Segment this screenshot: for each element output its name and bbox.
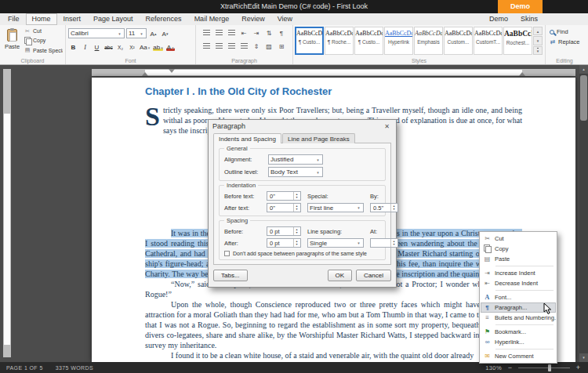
tab-file[interactable]: File [2, 13, 26, 25]
menu-item-copy[interactable]: Copy [481, 244, 556, 254]
ok-button[interactable]: OK [328, 270, 353, 281]
dialog-tab-indents-and-spacing[interactable]: Indents and Spacing [213, 133, 281, 143]
spinner-arrows-icon[interactable] [390, 204, 397, 212]
grow-font-button[interactable]: A [148, 28, 158, 38]
tab-insert[interactable]: Insert [57, 13, 88, 25]
menu-item-decrease-indent[interactable]: ⇤ Decrease Indent [481, 278, 556, 288]
spinner-arrows-icon[interactable] [293, 192, 299, 200]
align-right-icon[interactable] [226, 42, 237, 52]
outline-level-select[interactable]: Body Text [268, 167, 323, 177]
tab-mail-merge[interactable]: Mail Merge [188, 13, 236, 25]
strikethrough-button[interactable]: abc [103, 42, 114, 52]
shrink-font-button[interactable]: A [160, 28, 170, 38]
bullets-icon[interactable] [201, 28, 212, 38]
paragraph-4[interactable]: Upon the whole, though Conscience reprod… [145, 299, 522, 350]
before-text-spinner[interactable]: 0" [267, 191, 301, 201]
zoom-in-button[interactable] [575, 363, 582, 372]
tabs-button[interactable]: Tabs... [213, 270, 248, 281]
line-spacing-icon[interactable]: ⇕ [251, 42, 262, 52]
style-item[interactable]: AaBbCcDdE ¶ Custo... [354, 27, 383, 55]
align-justify-icon[interactable] [238, 42, 249, 52]
superscript-button[interactable]: X² [127, 42, 137, 52]
shading-icon[interactable]: ▨ [263, 42, 274, 52]
first-line-indent-marker[interactable] [169, 69, 175, 73]
alignment-select[interactable]: Justified [268, 154, 323, 165]
dialog-tab-line-and-page-breaks[interactable]: Line and Page Breaks [282, 133, 355, 143]
bold-button[interactable]: B [68, 42, 78, 52]
at-spinner[interactable] [370, 238, 398, 248]
paragraph-5[interactable]: I found it to be a clean white house, of… [145, 350, 522, 360]
decrease-indent-icon[interactable]: ⇤ [238, 28, 249, 38]
increase-indent-icon[interactable]: ⇥ [251, 28, 262, 38]
zoom-percentage[interactable]: 130% [485, 364, 502, 371]
menu-item-cut[interactable]: ✂ Cut [481, 234, 556, 244]
paste-button[interactable]: Paste [2, 27, 22, 56]
menu-item-font[interactable]: A Font... [481, 292, 556, 302]
spinner-arrows-icon[interactable] [293, 204, 299, 212]
gallery-more-button[interactable] [533, 46, 543, 55]
find-button[interactable]: Find [548, 27, 581, 37]
paste-special-button[interactable]: ▤ Paste Special [24, 46, 63, 55]
by-spinner[interactable]: 0.5" [370, 203, 398, 212]
style-item[interactable]: AaBbCcDdE CustomT... [474, 27, 503, 55]
spinner-arrows-icon[interactable] [293, 239, 299, 247]
same-style-checkbox[interactable] [224, 251, 230, 256]
tab-skins[interactable]: Skins [514, 13, 544, 25]
gallery-up-button[interactable] [533, 27, 543, 35]
gallery-down-button[interactable] [533, 36, 543, 45]
left-indent-marker[interactable] [142, 72, 148, 76]
menu-item-new-comment[interactable]: ✉ New Comment [481, 351, 556, 361]
style-item[interactable]: AaBbCcDd Emphasis [414, 27, 443, 55]
cut-button[interactable]: ✂ Cut [24, 27, 63, 35]
menu-item-hyperlink[interactable]: ∞ Hyperlink... [481, 337, 556, 347]
tab-references[interactable]: References [140, 13, 188, 25]
document-heading[interactable]: Chapter I . In the Old City of Rochester [145, 85, 522, 100]
spinner-arrows-icon[interactable] [293, 227, 299, 235]
scroll-down-icon[interactable] [579, 353, 588, 362]
highlight-color-button[interactable]: ab [152, 42, 163, 52]
tab-view[interactable]: View [271, 13, 299, 25]
zoom-slider-thumb[interactable] [548, 364, 551, 371]
zoom-out-button[interactable] [506, 363, 514, 372]
spinner-arrows-icon[interactable] [390, 239, 397, 247]
change-case-button[interactable]: Aa [139, 42, 151, 52]
copy-button[interactable]: Copy [24, 36, 63, 45]
horizontal-ruler[interactable] [92, 69, 575, 76]
demo-badge[interactable]: Demo [498, 0, 543, 13]
font-size-select[interactable]: 11 [126, 28, 147, 38]
menu-item-bookmark[interactable]: ⚑ Bookmark... [481, 327, 556, 337]
italic-button[interactable]: I [80, 42, 90, 52]
multilevel-list-icon[interactable] [226, 28, 237, 38]
line-spacing-select[interactable]: Single [307, 238, 364, 248]
tab-review[interactable]: Review [235, 13, 271, 25]
cancel-button[interactable]: Cancel [356, 270, 391, 281]
after-text-spinner[interactable]: 0" [267, 203, 301, 212]
align-left-icon[interactable] [201, 42, 212, 52]
style-item[interactable]: AaBbCcDdE Custom... [444, 27, 473, 55]
vertical-ruler[interactable] [3, 69, 11, 357]
tab-demo[interactable]: Demo [483, 13, 514, 25]
style-item[interactable]: AaBbCcDd Hyperlink [384, 27, 413, 55]
font-name-select[interactable]: Calibri [68, 28, 125, 38]
replace-button[interactable]: Replace [548, 37, 581, 47]
dialog-close-icon[interactable] [382, 121, 392, 131]
sort-icon[interactable]: ⇅ [263, 28, 274, 38]
scroll-up-icon[interactable] [579, 65, 588, 74]
numbering-icon[interactable] [213, 28, 224, 38]
tab-home[interactable]: Home [26, 13, 57, 25]
scrollbar-thumb[interactable] [580, 75, 587, 121]
spacing-before-spinner[interactable]: 0 pt [267, 226, 301, 236]
tab-page-layout[interactable]: Page Layout [87, 13, 140, 25]
subscript-button[interactable]: X₂ [115, 42, 125, 52]
show-marks-icon[interactable]: ¶ [276, 28, 287, 38]
style-item[interactable]: AaBbCcDdE ¶ Custo... [295, 27, 324, 55]
style-item[interactable]: AaBbCcDdE ¶ Roche... [325, 27, 354, 55]
align-center-icon[interactable] [213, 42, 224, 52]
font-color-button[interactable]: A [165, 42, 176, 52]
right-indent-marker[interactable] [519, 72, 525, 76]
style-item[interactable]: AaBbCcD Rochest... [503, 27, 532, 55]
zoom-slider[interactable] [518, 364, 570, 372]
menu-item-increase-indent[interactable]: ⇥ Increase Indent [481, 268, 556, 278]
spacing-after-spinner[interactable]: 0 pt [267, 238, 301, 248]
vertical-scrollbar[interactable] [579, 65, 588, 362]
